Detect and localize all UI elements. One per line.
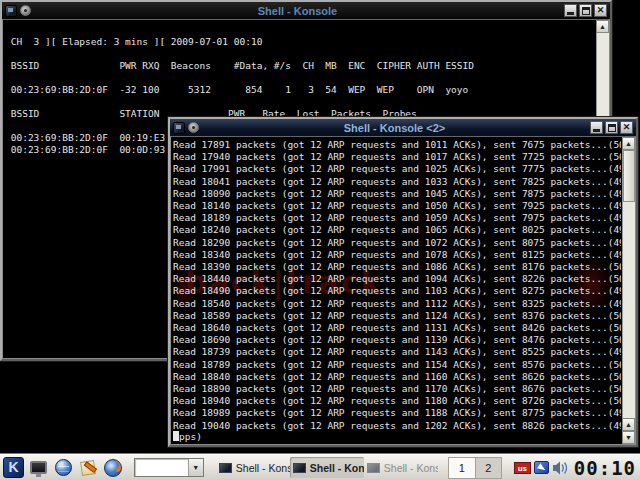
close-icon: ✕ [623, 123, 631, 132]
maximize-button[interactable] [605, 121, 618, 134]
task-button-list: Shell - Konso Shell - Kon Shell - Konso [216, 457, 438, 478]
konsole-mini-icon [293, 463, 306, 473]
scroll-up-icon: ▲ [625, 140, 632, 147]
close-icon: ✕ [597, 6, 605, 15]
sticky-button[interactable] [20, 5, 31, 16]
show-desktop-button[interactable] [28, 457, 49, 479]
keyboard-layout-icon[interactable]: us [514, 462, 531, 474]
scroll-down-icon: ▼ [625, 434, 632, 441]
network-tray-icon[interactable] [534, 461, 549, 474]
task-button-konsole-2[interactable]: Shell - Kon [290, 457, 364, 478]
maximize-icon [608, 124, 616, 132]
pager-desktop-1[interactable]: 1 [449, 458, 475, 478]
minimize-button[interactable] [564, 4, 577, 17]
minimize-icon [593, 129, 600, 132]
run-command-combobox[interactable]: ▼ [134, 458, 204, 477]
titlebar-konsole-2[interactable]: Shell - Konsole <2> ✕ [170, 119, 636, 136]
konsole-mini-icon [219, 463, 232, 473]
scroll-up-button[interactable]: ▲ [622, 137, 635, 150]
aireplay-text: Read 17891 packets (got 12 ARP requests … [173, 137, 621, 444]
close-button[interactable]: ✕ [620, 121, 633, 134]
combobox-dropdown-button[interactable]: ▼ [188, 459, 203, 476]
desktop-pager: 1 2 [448, 457, 502, 479]
maximize-icon [582, 7, 590, 15]
scroll-up-button-bottom[interactable]: ▲ [622, 418, 635, 431]
notes-icon [80, 460, 96, 476]
scroll-up-icon: ▲ [625, 421, 632, 428]
window-konsole-2: Shell - Konsole <2> ✕ back|track Read 17… [168, 117, 638, 447]
globe-icon [55, 459, 72, 476]
desktop-icon [30, 461, 47, 474]
scroll-up-icon: ▲ [599, 23, 606, 30]
pager-desktop-2[interactable]: 2 [475, 458, 501, 478]
konsole-mini-icon [367, 463, 380, 473]
scroll-down-button[interactable]: ▼ [622, 431, 635, 444]
scroll-up-button[interactable]: ▲ [596, 20, 609, 33]
minimize-button[interactable] [590, 121, 603, 134]
scrollbar[interactable]: ▲ ▲ ▼ [622, 137, 635, 444]
task-button-label: Shell - Kon [310, 462, 364, 474]
window-title: Shell - Konsole [34, 5, 561, 17]
notes-launcher[interactable] [78, 457, 99, 479]
firefox-launcher[interactable] [103, 457, 124, 479]
task-button-label: Shell - Konso [384, 462, 438, 474]
kmenu-icon: K [3, 457, 24, 478]
chevron-down-icon: ▼ [192, 464, 199, 471]
konsole-app-icon[interactable] [5, 5, 17, 17]
window-title: Shell - Konsole <2> [202, 122, 587, 134]
maximize-button[interactable] [579, 4, 592, 17]
taskbar-clock[interactable]: 00:10 [574, 457, 637, 479]
volume-icon[interactable] [552, 460, 570, 476]
kmenu-button[interactable]: K [3, 457, 24, 479]
system-tray: us [514, 460, 570, 476]
terminal-cursor-line: pps) [173, 430, 202, 442]
sticky-button[interactable] [188, 122, 199, 133]
task-button-label: Shell - Konso [236, 462, 290, 474]
firefox-icon [104, 459, 122, 477]
titlebar-konsole-1[interactable]: Shell - Konsole ✕ [2, 2, 610, 19]
scrollbar-thumb[interactable] [623, 150, 635, 202]
terminal-output-aireplay[interactable]: back|track Read 17891 packets (got 12 AR… [170, 136, 636, 445]
taskbar: K ▼ Shell - Konso Shell - Kon [0, 454, 640, 480]
task-button-konsole-1[interactable]: Shell - Konso [216, 457, 290, 478]
web-browser-launcher[interactable] [53, 457, 74, 479]
task-button-konsole-3[interactable]: Shell - Konso [364, 457, 438, 478]
konsole-app-icon[interactable] [173, 122, 185, 134]
cursor-line-text: pps) [179, 431, 202, 442]
minimize-icon [567, 12, 574, 15]
combobox-value[interactable] [135, 459, 188, 476]
close-button[interactable]: ✕ [594, 4, 607, 17]
